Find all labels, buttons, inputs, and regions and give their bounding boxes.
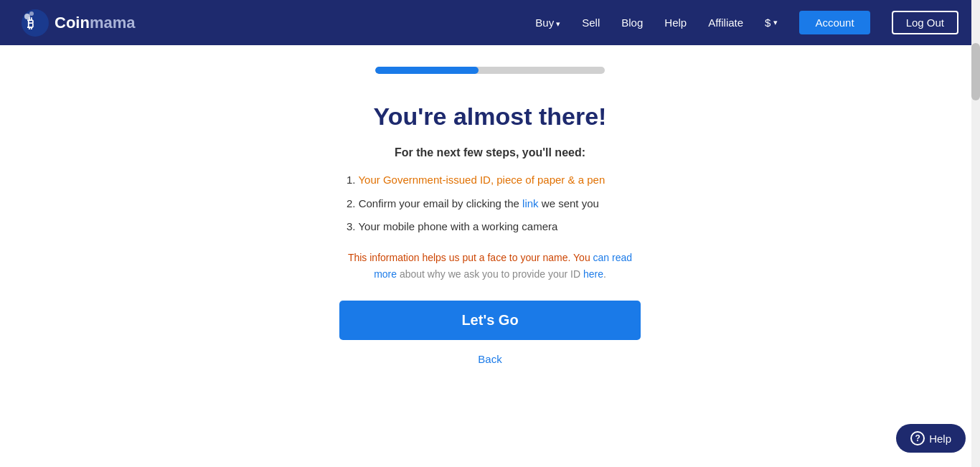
blog-link[interactable]: Blog — [621, 16, 643, 29]
list-item: 2. Confirm your email by clicking the li… — [347, 196, 633, 212]
card: You're almost there! For the next few st… — [339, 103, 641, 366]
logout-button[interactable]: Log Out — [892, 11, 958, 34]
affiliate-link[interactable]: Affiliate — [708, 16, 743, 29]
account-button[interactable]: Account — [799, 11, 870, 34]
navbar-links: Buy Sell Blog Help Affiliate $ Account L… — [535, 11, 958, 34]
svg-point-0 — [22, 9, 49, 37]
main-content: You're almost there! For the next few st… — [0, 45, 980, 366]
progress-fill — [375, 67, 479, 74]
steps-list: 1. Your Government-issued ID, piece of p… — [339, 172, 641, 235]
scrollbar-track — [971, 0, 980, 467]
progress-bar-container — [375, 67, 605, 74]
list-item: 1. Your Government-issued ID, piece of p… — [347, 172, 633, 189]
currency-selector[interactable]: $ — [765, 16, 778, 29]
card-subtitle: For the next few steps, you'll need: — [339, 146, 641, 159]
scrollbar-thumb[interactable] — [971, 43, 980, 100]
help-button-label: Help — [929, 433, 951, 445]
here-link[interactable]: here — [583, 268, 603, 280]
brand-logo-icon: ₿ — [22, 9, 49, 37]
navbar: ₿ Coinmama Buy Sell Blog Help Affiliate … — [0, 0, 980, 45]
brand: ₿ Coinmama — [22, 9, 135, 37]
help-icon: ? — [910, 431, 925, 445]
sell-link[interactable]: Sell — [582, 16, 600, 29]
help-floating-button[interactable]: ? Help — [896, 424, 966, 453]
list-item: 3. Your mobile phone with a working came… — [347, 219, 633, 235]
svg-point-2 — [24, 14, 30, 19]
page-title: You're almost there! — [339, 103, 641, 131]
brand-name: Coinmama — [55, 14, 135, 32]
email-link[interactable]: link — [522, 197, 539, 209]
buy-link[interactable]: Buy — [535, 16, 560, 29]
info-text: This information helps us put a face to … — [339, 250, 641, 284]
back-button[interactable]: Back — [478, 353, 501, 365]
help-nav-link[interactable]: Help — [664, 16, 687, 29]
lets-go-button[interactable]: Let's Go — [339, 301, 641, 340]
svg-point-3 — [29, 11, 34, 16]
